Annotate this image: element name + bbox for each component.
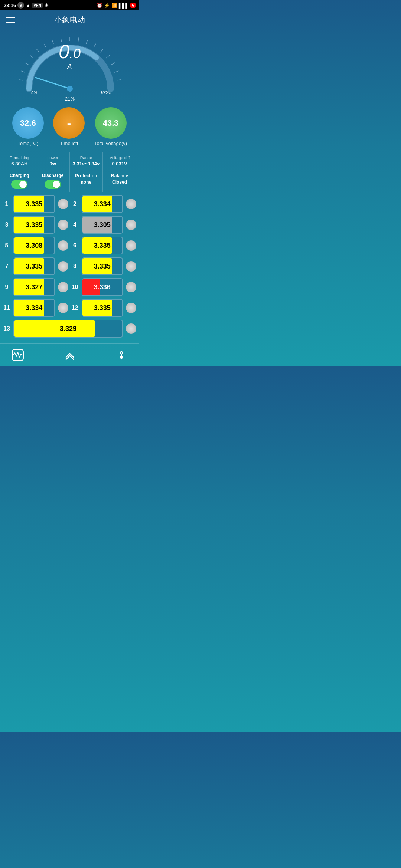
battery-cell-4: 3.305 <box>82 216 123 234</box>
protection-cell: Protectionnone <box>70 170 103 192</box>
stat-remaining: Remaining 6.30AH <box>3 152 36 170</box>
discharge-toggle-cell: Discharge <box>36 170 70 192</box>
svg-line-17 <box>35 78 69 89</box>
cell-num-13: 13 <box>3 325 10 332</box>
cell-10-value: 3.336 <box>82 283 123 291</box>
svg-line-11 <box>94 44 96 47</box>
vpn-badge: VPN <box>32 3 43 8</box>
balance-cell: BalanceClosed <box>103 170 136 192</box>
stat-power-value: 0w <box>38 161 68 167</box>
svg-line-2 <box>25 63 28 65</box>
status-bar: 23:16 9 ▲ VPN ☀ ⏰ ⚡ 📶 ▌▌▌ 6 <box>0 0 139 10</box>
discharge-toggle[interactable] <box>45 180 61 189</box>
battery-row-1-2: 1 3.335 2 3.334 <box>3 195 136 213</box>
stat-range: Range 3.31v~3.34v <box>70 152 103 170</box>
battery-cell-12: 3.335 <box>82 299 123 317</box>
stat-volt-diff: Voltage diff 0.031V <box>103 152 136 170</box>
status-right: ⏰ ⚡ 📶 ▌▌▌ 6 <box>97 3 136 8</box>
svg-text:0%: 0% <box>31 91 37 95</box>
wifi-icon: 📶 <box>111 3 117 8</box>
svg-line-4 <box>36 49 39 52</box>
balance-label: BalanceClosed <box>111 173 128 185</box>
gauge-unit: A <box>67 63 72 70</box>
cell-num-1: 1 <box>3 201 10 207</box>
chevron-up-icon <box>64 349 76 361</box>
app-title: 小象电动 <box>54 15 85 25</box>
battery-cell-13: 3.329 <box>13 320 123 338</box>
cell-6-value: 3.335 <box>82 242 123 250</box>
temp-circle: 32.6 <box>12 107 44 139</box>
cell-9-indicator <box>58 282 68 292</box>
settings-icon <box>115 349 127 361</box>
cell-1-indicator <box>58 199 68 209</box>
status-left: 23:16 9 ▲ VPN ☀ <box>4 2 49 9</box>
cell-num-10: 10 <box>71 284 79 290</box>
svg-line-14 <box>111 63 114 65</box>
battery-cell-6: 3.335 <box>82 237 123 254</box>
cell-num-2: 2 <box>71 201 79 207</box>
voltage-circle-container: 43.3 Total voltage(v) <box>94 107 127 146</box>
cell-13-value: 3.329 <box>14 325 122 333</box>
notification-icon: 9 <box>17 2 24 9</box>
stat-range-label: Range <box>71 155 101 160</box>
cell-5-value: 3.308 <box>14 242 54 250</box>
bluetooth-icon: ⚡ <box>104 3 110 8</box>
cell-1-value: 3.335 <box>14 200 54 208</box>
charging-toggle[interactable] <box>11 180 27 189</box>
time-left-circle-container: - Time left <box>53 107 85 146</box>
circles-row: 32.6 Temp(℃) - Time left 43.3 Total volt… <box>0 103 139 148</box>
charging-label: Charging <box>10 173 29 178</box>
bottom-nav <box>0 343 139 366</box>
menu-button[interactable] <box>6 17 15 23</box>
stat-volt-diff-value: 0.031V <box>104 161 135 167</box>
cell-2-indicator <box>126 199 136 209</box>
cell-num-6: 6 <box>71 242 79 249</box>
cell-6-indicator <box>126 240 136 251</box>
battery-cell-5: 3.308 <box>13 237 55 254</box>
stat-remaining-label: Remaining <box>4 155 35 160</box>
cell-7-value: 3.335 <box>14 263 54 270</box>
cell-num-11: 11 <box>3 305 10 311</box>
svg-line-12 <box>100 49 103 52</box>
cell-9-value: 3.327 <box>14 283 54 291</box>
cell-4-indicator <box>126 220 136 230</box>
gauge-reading: 0 .0 <box>59 40 81 63</box>
menu-line-3 <box>6 22 15 23</box>
battery-cell-1: 3.335 <box>13 195 55 213</box>
stats-grid: Remaining 6.30AH power 0w Range 3.31v~3.… <box>3 152 136 170</box>
svg-text:100%: 100% <box>100 91 110 95</box>
battery-cell-2: 3.334 <box>82 195 123 213</box>
cell-8-indicator <box>126 261 136 272</box>
cell-num-9: 9 <box>3 284 10 290</box>
discharge-label: Discharge <box>42 173 63 178</box>
scroll-top-button[interactable] <box>63 348 76 362</box>
voltage-label: Total voltage(v) <box>94 141 127 146</box>
battery-row-11-12: 11 3.334 12 3.335 <box>3 299 136 317</box>
cell-4-value: 3.305 <box>82 221 123 229</box>
battery-cell-11: 3.334 <box>13 299 55 317</box>
gauge-decimal: .0 <box>69 46 81 62</box>
stat-power: power 0w <box>36 152 70 170</box>
stat-range-value: 3.31v~3.34v <box>71 161 101 167</box>
battery-row-3-4: 3 3.335 4 3.305 <box>3 216 136 234</box>
battery-cells-grid: 1 3.335 2 3.334 3 3.335 4 3.305 5 <box>0 192 139 341</box>
waveform-button[interactable] <box>11 348 25 362</box>
cell-12-indicator <box>126 303 136 313</box>
svg-line-16 <box>117 80 121 80</box>
cell-num-12: 12 <box>71 305 79 311</box>
battery-row-13: 13 3.329 <box>3 320 136 338</box>
svg-line-1 <box>21 71 25 72</box>
cell-10-indicator <box>126 282 136 292</box>
time-left-circle: - <box>53 107 85 139</box>
time: 23:16 <box>4 3 16 8</box>
gauge-value: 0 <box>59 40 69 63</box>
alarm-icon: ⏰ <box>97 3 102 8</box>
cell-7-indicator <box>58 261 68 272</box>
battery-cell-10: 3.336 <box>82 278 123 296</box>
settings-button[interactable] <box>115 348 128 362</box>
svg-line-5 <box>44 44 46 47</box>
battery-badge: 6 <box>130 3 136 8</box>
svg-point-18 <box>66 85 73 92</box>
signal-icon: ▌▌▌ <box>119 3 129 8</box>
cell-num-8: 8 <box>71 263 79 270</box>
